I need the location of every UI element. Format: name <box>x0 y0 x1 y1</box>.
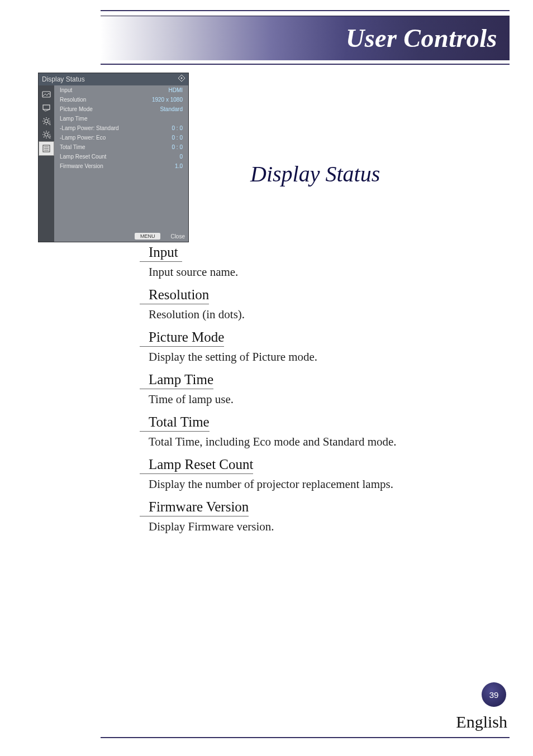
svg-line-21 <box>48 132 49 133</box>
topic-desc: Display Firmware version. <box>149 520 497 534</box>
nav-icon <box>178 73 185 85</box>
menu-button-label: MENU <box>135 233 161 240</box>
svg-line-11 <box>44 123 45 125</box>
svg-rect-3 <box>43 105 50 109</box>
topic-heading: Total Time <box>140 414 210 432</box>
osd-sidebar: 1 2 <box>39 85 54 242</box>
osd-value: 1920 x 1080 <box>152 97 183 103</box>
content-area: Input Input source name. Resolution Reso… <box>140 242 497 542</box>
osd-label: Lamp Reset Count <box>60 154 106 160</box>
footer-rule <box>101 737 510 738</box>
status-icon <box>39 141 54 156</box>
svg-point-13 <box>45 133 48 136</box>
topic-desc: Time of lamp use. <box>149 393 497 406</box>
topic-desc: Display the number of projector replacem… <box>149 477 497 491</box>
picture-icon <box>39 88 54 101</box>
topic-heading: Picture Mode <box>140 329 224 347</box>
osd-label: Total Time <box>60 144 85 150</box>
gear2-icon: 2 <box>39 128 54 141</box>
osd-row: Picture ModeStandard <box>54 104 188 114</box>
svg-line-9 <box>44 118 45 119</box>
topic-desc: Input source name. <box>149 265 497 279</box>
osd-value: 0 <box>179 154 183 160</box>
osd-label: Input <box>60 87 72 93</box>
close-label: Close <box>170 233 185 240</box>
screen-icon <box>39 101 54 114</box>
osd-label: Lamp Time <box>60 116 87 122</box>
svg-line-12 <box>48 118 49 119</box>
osd-label: Resolution <box>60 97 86 103</box>
osd-titlebar: Display Status <box>39 73 188 85</box>
osd-value: 0 : 0 <box>172 135 183 141</box>
page-number-badge: 39 <box>482 682 506 707</box>
page-number: 39 <box>489 690 499 700</box>
osd-label: -Lamp Power: Standard <box>60 125 119 131</box>
osd-label: Picture Mode <box>60 106 93 112</box>
osd-value: Standard <box>160 106 183 112</box>
svg-point-4 <box>45 119 48 123</box>
topic-heading: Lamp Reset Count <box>140 457 253 474</box>
osd-footer: MENU Close <box>135 233 185 240</box>
osd-content: InputHDMI Resolution1920 x 1080 Picture … <box>54 85 188 242</box>
osd-value: HDMI <box>168 87 183 93</box>
osd-row: Resolution1920 x 1080 <box>54 95 188 104</box>
section-title: Display Status <box>250 161 380 187</box>
osd-row: Lamp Time <box>54 114 188 123</box>
topic-desc: Resolution (in dots). <box>149 308 497 322</box>
topic-heading: Resolution <box>140 287 209 304</box>
topic-heading: Lamp Time <box>140 372 213 389</box>
osd-row: Lamp Reset Count0 <box>54 152 188 161</box>
svg-line-18 <box>44 132 45 133</box>
topic-heading: Firmware Version <box>140 499 249 516</box>
banner-rule-top <box>101 10 510 11</box>
osd-screenshot: Display Status 1 2 <box>38 73 189 242</box>
svg-line-20 <box>44 137 45 138</box>
banner-rule-bottom <box>101 64 510 65</box>
osd-title-text: Display Status <box>42 73 85 85</box>
language-label: English <box>456 712 507 731</box>
osd-row: -Lamp Power: Eco0 : 0 <box>54 133 188 142</box>
osd-label: Firmware Version <box>60 163 103 169</box>
topic-desc: Display the setting of Picture mode. <box>149 350 497 364</box>
osd-row: -Lamp Power: Standard0 : 0 <box>54 123 188 133</box>
osd-value: 0 : 0 <box>172 144 183 150</box>
page-title: User Controls <box>346 23 497 53</box>
page-banner: User Controls <box>101 16 510 60</box>
osd-value: 0 : 0 <box>172 125 183 131</box>
osd-value: 1.0 <box>175 163 183 169</box>
osd-label: -Lamp Power: Eco <box>60 135 106 141</box>
svg-point-1 <box>181 78 183 79</box>
topic-desc: Total Time, including Eco mode and Stand… <box>149 435 497 449</box>
osd-row: Firmware Version1.0 <box>54 161 188 171</box>
osd-row: InputHDMI <box>54 85 188 95</box>
osd-row: Total Time0 : 0 <box>54 142 188 152</box>
svg-rect-2 <box>42 92 50 97</box>
gear1-icon: 1 <box>39 114 54 128</box>
topic-heading: Input <box>140 245 182 262</box>
